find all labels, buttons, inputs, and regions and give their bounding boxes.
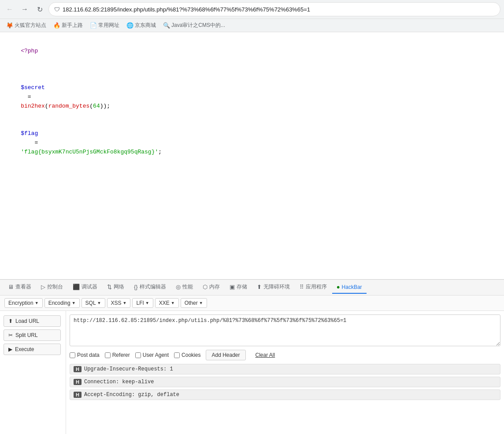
sql-menu[interactable]: SQL ▼ xyxy=(82,298,105,308)
tab-console[interactable]: ▷ 控制台 xyxy=(37,281,67,294)
address-bar: 🛡 xyxy=(48,2,500,16)
bookmark-label-java: Java审计之CMS中的... xyxy=(171,22,225,29)
split-url-label: Split URL xyxy=(15,332,38,338)
clear-all-button[interactable]: Clear All xyxy=(251,350,280,360)
devtools-panel: 🖥 查看器 ▷ 控制台 ⬛ 调试器 ⇅ 网络 {} 样式编辑器 ◎ 性能 ⬡ 内… xyxy=(0,279,504,434)
other-label: Other xyxy=(185,300,198,306)
url-input[interactable] xyxy=(63,6,495,13)
bookmark-label-newbie: 新手上路 xyxy=(62,22,83,29)
xss-label: XSS xyxy=(111,300,122,306)
headers-list: H Upgrade-Insecure-Requests: 1 H Connect… xyxy=(70,364,500,400)
devtools-tabs: 🖥 查看器 ▷ 控制台 ⬛ 调试器 ⇅ 网络 {} 样式编辑器 ◎ 性能 ⬡ 内… xyxy=(0,280,504,296)
semi-2: ; xyxy=(158,149,162,155)
bookmark-icon-newbie: 🔥 xyxy=(53,22,60,29)
bookmark-common[interactable]: 📄 常用网址 xyxy=(87,21,122,30)
user-agent-label: User Agent xyxy=(143,352,169,358)
storage-icon: ▣ xyxy=(230,284,235,290)
encoding-arrow-icon: ▼ xyxy=(72,301,76,305)
application-icon: ⠿ xyxy=(300,284,304,290)
xxe-menu[interactable]: XXE ▼ xyxy=(155,298,179,308)
cookies-checkbox[interactable] xyxy=(174,352,180,358)
header-row-3: H Accept-Encoding: gzip, deflate xyxy=(70,389,500,400)
split-url-button[interactable]: ✂ Split URL xyxy=(4,329,61,341)
tab-debugger-label: 调试器 xyxy=(82,283,97,291)
tab-debugger[interactable]: ⬛ 调试器 xyxy=(68,281,102,294)
user-agent-checkbox-label[interactable]: User Agent xyxy=(135,352,169,358)
cookies-label: Cookies xyxy=(182,352,200,358)
paren-open-1: ( xyxy=(45,103,48,109)
var-flag: $flag xyxy=(21,130,38,137)
performance-icon: ◎ xyxy=(176,284,181,290)
nav-bar: ← → ↻ 🛡 xyxy=(0,0,504,19)
tab-storage-label: 存储 xyxy=(237,283,247,291)
post-data-label: Post data xyxy=(77,352,100,358)
php-open-tag: <?php xyxy=(21,48,38,54)
code-line-empty xyxy=(7,65,497,74)
tab-performance[interactable]: ◎ 性能 xyxy=(171,281,197,294)
browser-chrome: ← → ↻ 🛡 🦊 火狐官方站点 🔥 新手上路 📄 常用网址 🌐 京东商城 🔍 … xyxy=(0,0,504,32)
back-button[interactable]: ← xyxy=(4,3,16,15)
url-textarea[interactable] xyxy=(70,314,500,346)
bookmark-icon-huhu: 🦊 xyxy=(6,22,13,29)
tab-memory[interactable]: ⬡ 内存 xyxy=(198,281,224,294)
reload-button[interactable]: ↻ xyxy=(33,3,46,15)
cookies-checkbox-label[interactable]: Cookies xyxy=(174,352,200,358)
paren-close-1: ) xyxy=(100,103,104,109)
xss-menu[interactable]: XSS ▼ xyxy=(107,298,131,308)
func-random-bytes: random_bytes xyxy=(48,103,90,109)
header-badge-2: H xyxy=(74,379,82,385)
post-data-checkbox[interactable] xyxy=(70,352,75,358)
tab-storage[interactable]: ▣ 存储 xyxy=(225,281,252,294)
inspector-icon: 🖥 xyxy=(8,284,14,290)
referer-checkbox-label[interactable]: Referer xyxy=(105,352,130,358)
bookmark-java[interactable]: 🔍 Java审计之CMS中的... xyxy=(160,21,228,30)
execute-button[interactable]: ▶ Execute xyxy=(4,344,61,355)
xxe-arrow-icon: ▼ xyxy=(171,301,175,305)
tab-inspector[interactable]: 🖥 查看器 xyxy=(4,281,36,294)
add-header-button[interactable]: Add Header xyxy=(206,350,245,360)
tab-accessibility[interactable]: ⬆ 无障碍环境 xyxy=(252,281,294,294)
lfi-menu[interactable]: LFI ▼ xyxy=(132,298,153,308)
other-menu[interactable]: Other ▼ xyxy=(181,298,207,308)
page-content: <?php $secret = bin2hex(random_bytes(64)… xyxy=(0,32,504,279)
user-agent-checkbox[interactable] xyxy=(135,352,141,358)
post-data-checkbox-label[interactable]: Post data xyxy=(70,352,100,358)
bookmark-jd[interactable]: 🌐 京东商城 xyxy=(124,21,159,30)
tab-console-label: 控制台 xyxy=(47,283,63,291)
accessibility-icon: ⬆ xyxy=(257,284,262,290)
sql-arrow-icon: ▼ xyxy=(97,301,101,305)
referer-checkbox[interactable] xyxy=(105,352,111,358)
tab-application[interactable]: ⠿ 应用程序 xyxy=(295,281,331,294)
encoding-label: Encoding xyxy=(48,300,70,306)
code-line-flag: $flag = 'flag{bsyxmK7ncU5nPjsGMckFo8kgq9… xyxy=(7,120,497,166)
tab-hackbar[interactable]: ● HackBar xyxy=(332,281,367,294)
func-bin2hex: bin2hex xyxy=(21,103,45,109)
headers-controls: Post data Referer User Agent Cookies A xyxy=(70,350,500,360)
debugger-icon: ⬛ xyxy=(73,284,80,290)
referer-label: Referer xyxy=(112,352,130,358)
tab-performance-label: 性能 xyxy=(182,283,193,291)
tab-network[interactable]: ⇅ 网络 xyxy=(103,281,129,294)
bookmark-icon-java: 🔍 xyxy=(163,22,170,29)
tab-application-label: 应用程序 xyxy=(306,283,327,291)
header-value-1: Upgrade-Insecure-Requests: 1 xyxy=(84,366,497,372)
execute-label: Execute xyxy=(15,346,34,352)
xss-arrow-icon: ▼ xyxy=(123,301,127,305)
load-url-button[interactable]: ⬆ Load URL xyxy=(4,315,61,327)
hackbar-main: ⬆ Load URL ✂ Split URL ▶ Execute xyxy=(0,311,504,434)
header-badge-1: H xyxy=(74,366,82,372)
load-url-icon: ⬆ xyxy=(8,318,13,324)
encryption-menu[interactable]: Encryption ▼ xyxy=(4,298,43,308)
header-row-1: H Upgrade-Insecure-Requests: 1 xyxy=(70,364,500,374)
encryption-label: Encryption xyxy=(8,300,33,306)
forward-button[interactable]: → xyxy=(19,3,31,15)
bookmark-huhu[interactable]: 🦊 火狐官方站点 xyxy=(4,21,49,30)
encoding-menu[interactable]: Encoding ▼ xyxy=(44,298,80,308)
split-url-icon: ✂ xyxy=(8,332,13,338)
tab-style-editor[interactable]: {} 样式编辑器 xyxy=(130,281,170,294)
flag-value: 'flag{bsyxmK7ncU5nPjsGMckFo8kgq95qRasg}' xyxy=(21,149,158,155)
memory-icon: ⬡ xyxy=(203,284,208,290)
bookmark-newbie[interactable]: 🔥 新手上路 xyxy=(51,21,85,30)
var-secret: $secret xyxy=(21,84,45,91)
header-row-2: H Connection: keep-alive xyxy=(70,377,500,387)
